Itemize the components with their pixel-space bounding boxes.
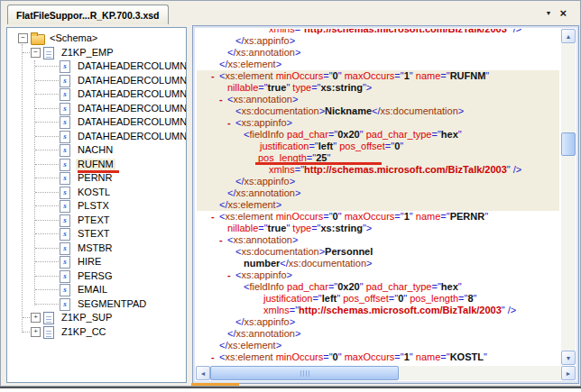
xml-line: -<xs:appinfo> — [197, 269, 559, 281]
xml-line: justification="left" pos_offset="0" — [197, 141, 559, 152]
folder-icon — [31, 34, 45, 45]
field-element-icon: s — [60, 214, 70, 227]
xml-code-text: nillable="true" type="xs:string"> — [227, 223, 372, 233]
window-buttons: ▼ × — [545, 5, 567, 20]
xml-line: number</xs:documentation> — [197, 258, 559, 269]
tree-item-z1kp-cc[interactable]: +Z1KP_CC — [7, 325, 186, 340]
editor-frame: FlatFileSuppor...R_KP.700.3.xsd ▼ × −<Sc… — [0, 0, 581, 387]
field-element-icon: s — [60, 284, 70, 296]
collapse-marker-icon[interactable]: - — [227, 117, 231, 129]
xml-code-text: <xs:annotation> — [227, 94, 298, 105]
tree-item-label: STEXT — [76, 228, 111, 240]
tree-item-ptext[interactable]: sPTEXT — [7, 214, 186, 228]
xml-content: xmlns="http://schemas.microsoft.com/BizT… — [197, 29, 559, 365]
xml-code-text: </xs:appinfo> — [235, 316, 295, 327]
xml-line: nillable="true" type="xs:string"> — [197, 223, 559, 234]
chevron-down-icon[interactable]: ▼ — [545, 10, 551, 16]
collapse-marker-icon[interactable]: - — [219, 94, 223, 105]
xml-view-panel: xmlns="http://schemas.microsoft.com/BizT… — [192, 25, 579, 384]
xml-code-text: nillable="true" type="xs:string"> — [227, 82, 372, 93]
tree-item-hire[interactable]: sHIRE — [7, 255, 186, 269]
scroll-left-icon[interactable]: ◄ — [196, 366, 210, 380]
field-element-icon: s — [60, 228, 70, 241]
xml-code-text: justification="left" pos_offset="0" pos_… — [263, 293, 476, 304]
tree-item-nachn[interactable]: sNACHN — [7, 143, 186, 158]
xml-line: -<xs:element minOccurs="0" maxOccurs="1"… — [197, 351, 559, 363]
xml-code-text: <xs:appinfo> — [235, 269, 292, 280]
collapse-toggle-icon[interactable]: − — [18, 33, 28, 43]
tree-item-schema[interactable]: −<Schema> — [7, 32, 186, 46]
horizontal-scrollbar[interactable]: ◄ ► — [196, 366, 576, 380]
tree-item-dataheadercolumn-h[interactable]: sDATAHEADERCOLUMN_H — [7, 130, 186, 144]
xml-line: </xs:element> — [197, 340, 559, 351]
tree-item-dataheadercolumn-s[interactable]: sDATAHEADERCOLUMN_S — [7, 102, 186, 116]
expand-toggle-icon[interactable]: + — [31, 313, 41, 323]
tree-item-segmentpad[interactable]: sSEGMENTPAD — [7, 297, 186, 312]
collapse-toggle-icon[interactable]: − — [31, 48, 41, 58]
xml-code-text: </xs:element> — [219, 59, 281, 69]
xml-code-text: <xs:documentation>Personnel — [235, 246, 373, 257]
field-element-icon: s — [60, 75, 70, 87]
xml-line: </xs:annotation> — [197, 187, 559, 199]
xml-line: pos_length="25" — [197, 152, 559, 164]
tree-item-email[interactable]: sEMAIL — [7, 283, 186, 297]
expand-toggle-icon[interactable]: + — [31, 327, 41, 337]
xml-line: </xs:appinfo> — [197, 35, 559, 47]
tree-item-label: Z1KP_SUP — [60, 312, 114, 324]
tree-item-dataheadercolumn-f[interactable]: sDATAHEADERCOLUMN_F — [7, 115, 186, 130]
field-element-icon: s — [60, 200, 70, 213]
tree-item-rufnm[interactable]: sRUFNM — [7, 158, 186, 172]
scroll-down-icon[interactable]: ▼ — [561, 351, 576, 365]
tree-item-label: RUFNM — [76, 159, 115, 170]
xml-line: -<xs:appinfo> — [197, 117, 559, 129]
xml-code-text: </xs:appinfo> — [235, 176, 295, 187]
tree-item-label: PERSG — [76, 270, 115, 282]
xml-line: </xs:element> — [197, 199, 559, 211]
tree-item-plstx[interactable]: sPLSTX — [7, 199, 186, 214]
tree-item-dataheadercolumn-d[interactable]: sDATAHEADERCOLUMN_D — [7, 87, 186, 102]
xml-code-text: </xs:appinfo> — [235, 35, 295, 46]
tree-item-z1kp-emp[interactable]: −Z1KP_EMP — [7, 46, 186, 60]
tree-item-label: SEGMENTPAD — [76, 298, 148, 310]
tree-item-kostl[interactable]: sKOSTL — [7, 186, 186, 200]
scroll-up-icon[interactable]: ▲ — [561, 29, 576, 43]
xml-line: -<xs:annotation> — [197, 94, 559, 105]
tree-item-label: DATAHEADERCOLUMN_F — [76, 116, 187, 128]
xml-line: xmlns="http://schemas.microsoft.com/BizT… — [197, 164, 559, 176]
field-element-icon: s — [60, 131, 70, 143]
xml-code-text: xmlns="http://schemas.microsoft.com/BizT… — [269, 29, 521, 34]
vertical-scrollbar[interactable]: ▲ ▼ — [561, 29, 576, 365]
tree-item-label: PLSTX — [76, 200, 111, 212]
xml-code-text: <xs:appinfo> — [235, 117, 292, 128]
close-icon[interactable]: × — [559, 7, 567, 19]
xml-line: <xs:documentation>Nickname</xs:documenta… — [197, 105, 559, 117]
field-element-icon: s — [60, 256, 70, 269]
tree-item-pernr[interactable]: sPERNR — [7, 171, 186, 186]
collapse-marker-icon[interactable]: - — [219, 234, 223, 246]
vertical-scroll-thumb[interactable] — [561, 132, 576, 156]
tree-item-mstbr[interactable]: sMSTBR — [7, 242, 186, 256]
scroll-right-icon[interactable]: ► — [561, 366, 576, 380]
collapse-marker-icon[interactable]: - — [211, 351, 215, 363]
collapse-marker-icon[interactable]: - — [211, 211, 215, 223]
tree-body: −<Schema>−Z1KP_EMPsDATAHEADERCOLUMN_SsDA… — [7, 28, 186, 382]
tree-item-dataheadercolumn-n[interactable]: sDATAHEADERCOLUMN_N — [7, 74, 186, 88]
tree-item-dataheadercolumn-s[interactable]: sDATAHEADERCOLUMN_S — [7, 59, 186, 74]
xml-code-text: <xs:annotation> — [227, 234, 298, 245]
xml-line: </xs:appinfo> — [197, 176, 559, 187]
field-element-icon: s — [60, 242, 70, 255]
tree-item-stext[interactable]: sSTEXT — [7, 227, 186, 242]
document-icon — [43, 47, 54, 59]
collapse-marker-icon[interactable]: - — [211, 70, 215, 82]
horizontal-scroll-thumb[interactable] — [210, 366, 399, 380]
tree-item-label: DATAHEADERCOLUMN_N — [76, 75, 187, 87]
tree-item-label: Z1KP_EMP — [60, 47, 115, 59]
xml-code-text: <fieldInfo pad_char="0x20" pad_char_type… — [244, 281, 462, 292]
tree-item-persg[interactable]: sPERSG — [7, 269, 186, 284]
xml-code-text: <fieldInfo pad_char="0x20" pad_char_type… — [244, 129, 462, 140]
document-tab[interactable]: FlatFileSuppor...R_KP.700.3.xsd — [7, 5, 169, 24]
field-element-icon: s — [60, 60, 70, 73]
collapse-marker-icon[interactable]: - — [227, 269, 231, 281]
schema-tree-panel: −<Schema>−Z1KP_EMPsDATAHEADERCOLUMN_SsDA… — [6, 27, 187, 383]
tree-item-z1kp-sup[interactable]: +Z1KP_SUP — [7, 311, 186, 325]
